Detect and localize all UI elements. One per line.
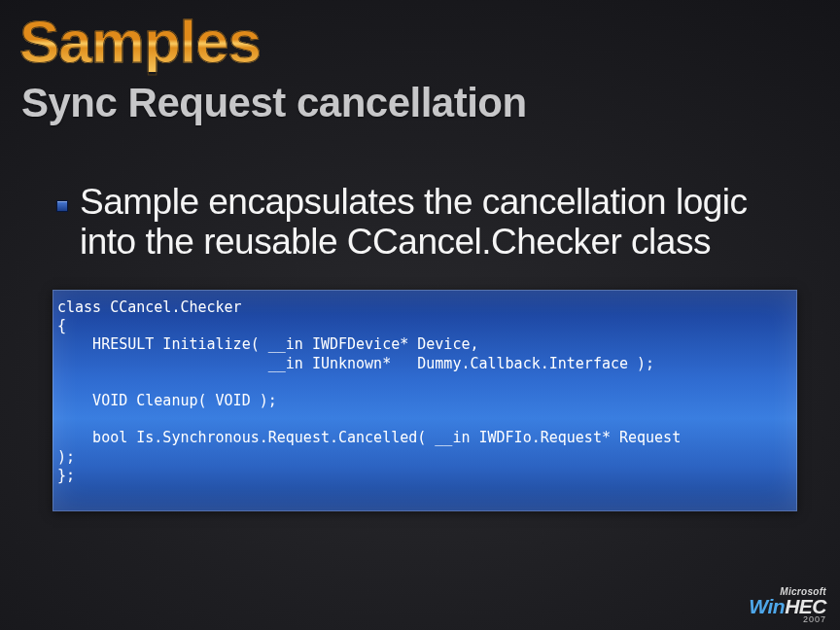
bullet-marker-icon	[56, 200, 68, 212]
code-sample: class CCancel.Checker { HRESULT Initiali…	[52, 290, 797, 511]
bullet-text: Sample encapsulates the cancellation log…	[80, 183, 801, 262]
bullet-item: Sample encapsulates the cancellation log…	[58, 183, 801, 262]
footer-branding: Microsoft WinHEC 2007	[749, 586, 826, 624]
slide-subtitle: Sync Request cancellation	[21, 80, 527, 126]
slide: Samples Sync Request cancellation Sample…	[0, 0, 840, 630]
slide-title: Samples	[19, 12, 261, 72]
footer-brand-left: Win	[749, 595, 785, 617]
